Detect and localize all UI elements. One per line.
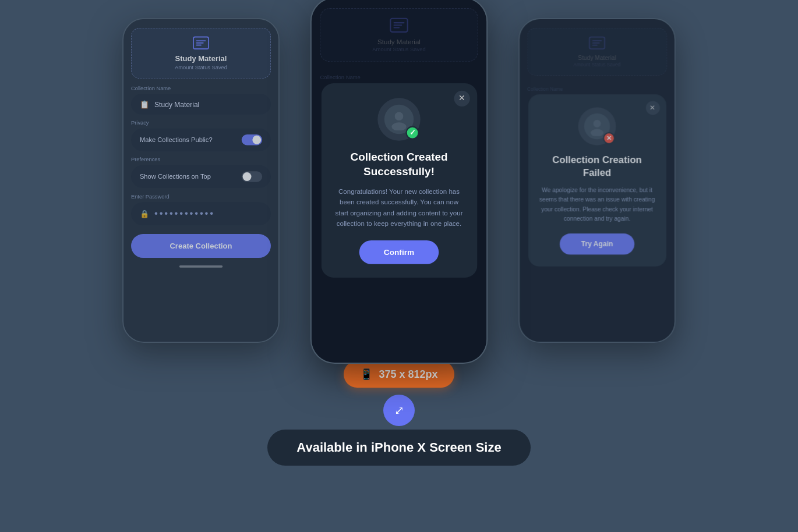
preferences-toggle[interactable] [242, 171, 262, 182]
privacy-row: Make Collections Public? [131, 129, 271, 151]
size-badge-label: 375 x 812px [379, 368, 437, 381]
success-badge: ✓ [406, 126, 419, 139]
lock-icon: 🔒 [140, 210, 149, 218]
collection-name-label: Collection Name [131, 85, 271, 91]
phone-center: Study Material Amount Status Saved Colle… [310, 0, 488, 364]
collection-name-input[interactable]: 📋 Study Material [131, 94, 271, 114]
confirm-button[interactable]: Confirm [359, 240, 439, 264]
try-again-button[interactable]: Try Again [559, 233, 634, 254]
widget-title-left: Study Material [175, 54, 227, 63]
password-label: Enter Password [131, 193, 271, 199]
preferences-option: Show Collections on Top [140, 173, 211, 180]
fail-modal-body: We apologize for the inconvenience, but … [539, 186, 655, 224]
success-modal-title: Collection Created Successfully! [333, 150, 465, 179]
success-modal-body: Congratulations! Your new collection has… [333, 186, 465, 229]
toggle-knob-prefs [243, 172, 252, 181]
fail-modal: ✕ ✕ Collection Creation Failed We apolog… [528, 94, 666, 267]
widget-subtitle-left: Amount Status Saved [175, 65, 227, 70]
fail-avatar: ✕ [578, 107, 616, 145]
preferences-label: Preferences [131, 157, 271, 162]
phone-left: Study Material Amount Status Saved Colle… [122, 18, 280, 343]
privacy-toggle[interactable] [242, 134, 262, 146]
fail-modal-title: Collection Creation Failed [539, 154, 655, 179]
collection-name-value: Study Material [154, 100, 199, 108]
svg-rect-3 [196, 45, 202, 46]
study-material-icon-left [192, 36, 210, 51]
toggle-knob-privacy [252, 136, 261, 144]
book-icon: 📋 [140, 100, 149, 108]
svg-point-15 [591, 129, 603, 136]
size-badge: 📱 375 x 812px [344, 361, 454, 388]
compress-button[interactable]: ⤢ [383, 395, 415, 426]
password-dots: •••••••••••• [154, 208, 215, 219]
widget-header-left: Study Material Amount Status Saved [131, 28, 271, 79]
modal-overlay-right: ✕ ✕ Collection Creation Failed We apolog… [520, 19, 675, 342]
success-avatar: ✓ [377, 98, 421, 141]
modal-close-right[interactable]: ✕ [645, 101, 659, 115]
preferences-row: Show Collections on Top [131, 165, 271, 188]
fail-badge: ✕ [603, 132, 615, 144]
success-modal: ✕ ✓ Collection Created Successfully! Con… [321, 83, 477, 278]
password-input[interactable]: 🔒 •••••••••••• [131, 202, 271, 225]
home-indicator-left [179, 265, 223, 268]
available-label: Available in iPhone X Screen Size [267, 430, 530, 466]
form-left: Collection Name 📋 Study Material Privacy… [123, 85, 278, 225]
privacy-option: Make Collections Public? [140, 136, 213, 144]
svg-point-14 [593, 120, 601, 127]
phone-right: Study Material Amount Status Saved Colle… [518, 18, 676, 343]
modal-overlay-center: ✕ ✓ Collection Created Successfully! Con… [312, 0, 486, 363]
svg-rect-1 [196, 40, 206, 41]
svg-rect-2 [196, 42, 204, 44]
modal-close-center[interactable]: ✕ [454, 91, 469, 107]
create-collection-button[interactable]: Create Collection [131, 234, 271, 258]
privacy-label: Privacy [131, 120, 271, 126]
svg-point-8 [395, 112, 404, 120]
bottom-area: 📱 375 x 812px ⤢ Available in iPhone X Sc… [267, 361, 530, 466]
phone-badge-icon: 📱 [360, 368, 373, 381]
svg-point-9 [391, 122, 406, 130]
